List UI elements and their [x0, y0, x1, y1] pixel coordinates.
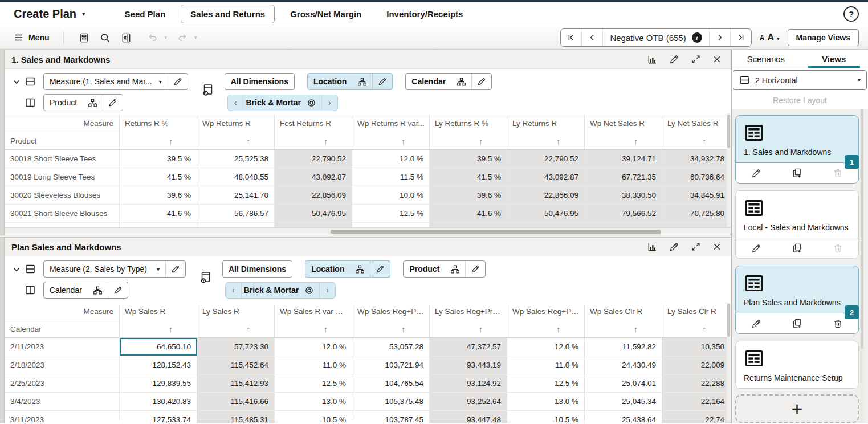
edit-measures-pencil-icon[interactable]: [166, 264, 185, 274]
row-header[interactable]: 30021 Short Sleeve Blouses: [5, 205, 120, 222]
horizontal-scrollbar[interactable]: [5, 227, 731, 235]
row-header[interactable]: 2/11/2023: [5, 338, 120, 356]
grid-cell[interactable]: 39.5 %: [430, 150, 507, 168]
tab-gross-net-margin[interactable]: Gross/Net Margin: [280, 5, 371, 23]
target-icon[interactable]: [303, 286, 319, 295]
tab-seed-plan[interactable]: Seed Plan: [115, 5, 176, 23]
grid-cell[interactable]: 25,525.38: [197, 150, 275, 168]
all-dimensions-button[interactable]: All Dimensions: [222, 260, 292, 278]
grid-cell[interactable]: 43,092.87: [507, 168, 585, 186]
previous-slice-chevron-icon[interactable]: ‹: [228, 98, 243, 107]
grid-cell[interactable]: 39.5 %: [120, 150, 197, 168]
grid-cell[interactable]: 11,592.82: [585, 338, 662, 356]
grid-cell[interactable]: 22,856.09: [507, 186, 585, 204]
edit-location-pencil-icon[interactable]: [373, 77, 392, 86]
vertical-scrollbar[interactable]: [860, 109, 864, 423]
column-header[interactable]: Wp Sales Clr R↑: [585, 303, 662, 337]
grid-cell[interactable]: 79,566.52: [585, 205, 662, 222]
view-card-local-sales-and-markdowns[interactable]: Local - Sales and Markdowns: [735, 190, 859, 259]
sort-ascending-icon[interactable]: ↑: [324, 137, 328, 146]
all-dimensions-button[interactable]: All Dimensions: [225, 73, 295, 90]
edit-levels-pencil-icon[interactable]: [103, 98, 123, 107]
sort-ascending-icon[interactable]: ↑: [702, 325, 706, 334]
grid-cell[interactable]: 25,438.64: [585, 411, 662, 423]
last-alert-icon[interactable]: [730, 29, 751, 46]
edit-measures-pencil-icon[interactable]: [168, 77, 188, 86]
grid-cell[interactable]: 41.5 %: [430, 168, 507, 186]
edit-product-pencil-icon[interactable]: [466, 264, 485, 274]
redo-icon[interactable]: [176, 31, 189, 44]
grid-cell[interactable]: 24,430.49: [585, 356, 662, 374]
plan-title-dropdown[interactable]: Create Plan ▾: [14, 7, 85, 21]
scrollbar-handle[interactable]: [727, 115, 730, 148]
layout-dropdown[interactable]: 2 Horizontal ▾: [733, 70, 867, 90]
grid-cell[interactable]: 25,045.34: [585, 393, 662, 410]
grid-cell[interactable]: 93,252.64: [430, 393, 507, 410]
next-alert-icon[interactable]: [709, 29, 730, 46]
menu-button[interactable]: Menu: [14, 32, 50, 43]
grid-cell[interactable]: 22,856.09: [275, 186, 352, 204]
first-alert-icon[interactable]: [561, 29, 581, 46]
hierarchy-icon[interactable]: [352, 77, 372, 87]
grid-cell[interactable]: 128,152.43: [120, 356, 197, 374]
grid-cell[interactable]: 10,350: [662, 338, 731, 356]
grid-cell[interactable]: 25,141.70: [197, 186, 275, 204]
edit-calendar-pencil-icon[interactable]: [472, 77, 491, 86]
grid-cell[interactable]: 67,721.35: [585, 168, 662, 186]
column-header[interactable]: Fcst Returns R↑: [275, 115, 352, 149]
grid-cell[interactable]: 13.0 %: [507, 393, 585, 410]
grid-cell[interactable]: 105,375.48: [352, 393, 430, 410]
sort-ascending-icon[interactable]: ↑: [702, 137, 706, 146]
previous-slice-chevron-icon[interactable]: ‹: [226, 286, 241, 295]
scrollbar-handle[interactable]: [861, 109, 863, 349]
hierarchy-icon[interactable]: [350, 264, 370, 274]
edit-view-pencil-icon[interactable]: [669, 242, 679, 252]
grid-cell[interactable]: 53,057.28: [352, 338, 430, 356]
tab-views[interactable]: Views: [800, 50, 868, 68]
grid-cell[interactable]: 12.5 %: [275, 374, 352, 392]
tab-inventory-receipts[interactable]: Inventory/Receipts: [377, 5, 472, 23]
row-header[interactable]: 30020 Sleeveless Blouses: [5, 186, 120, 204]
grid-cell[interactable]: 36.7 %: [120, 223, 197, 227]
grid-cell[interactable]: 41.6 %: [120, 205, 197, 222]
grid-cell[interactable]: 115,485.31: [197, 411, 275, 423]
view-card-returns-maintenance-setup[interactable]: Returns Maintenance Setup: [735, 341, 859, 389]
column-header[interactable]: Wp Returns R↑: [197, 115, 275, 149]
edit-location-pencil-icon[interactable]: [370, 264, 390, 274]
scrollbar-handle[interactable]: [331, 230, 661, 234]
tab-scenarios[interactable]: Scenarios: [732, 50, 800, 68]
vertical-scrollbar[interactable]: [727, 303, 731, 422]
grid-cell[interactable]: 11.5 %: [352, 168, 430, 186]
column-header[interactable]: Wp Sales Reg+Pr...↑: [352, 303, 430, 337]
grid-cell[interactable]: 25,074.01: [585, 374, 662, 392]
grid-cell[interactable]: 43,092.87: [275, 168, 352, 186]
duplicate-icon[interactable]: [792, 243, 802, 254]
collapse-panel-chevron-icon[interactable]: [10, 78, 23, 87]
column-header[interactable]: Ly Sales Clr R↑: [662, 303, 731, 337]
grid-cell[interactable]: 93,124.92: [430, 374, 507, 392]
grid-cell[interactable]: 103,787.45: [352, 411, 430, 423]
duplicate-icon[interactable]: [792, 318, 802, 329]
grid-cell[interactable]: 60,736.64: [662, 168, 731, 186]
redo-options-caret-icon[interactable]: ▾: [194, 35, 197, 40]
hierarchy-icon[interactable]: [83, 98, 103, 108]
help-icon[interactable]: ?: [843, 6, 859, 22]
grid-cell[interactable]: 56,786.57: [197, 205, 275, 222]
grid-cell[interactable]: 50,476.95: [507, 205, 585, 222]
maximize-icon[interactable]: [691, 242, 701, 252]
row-header[interactable]: 30019 Long Sleeve Tees: [5, 168, 120, 186]
delete-trash-icon[interactable]: [833, 168, 843, 178]
grid-cell[interactable]: 12.0 %: [352, 150, 430, 168]
edit-pencil-icon[interactable]: [751, 319, 761, 329]
column-header[interactable]: Ly Returns R %↑: [430, 115, 507, 149]
grid-cell[interactable]: 130,420.83: [120, 393, 197, 410]
scrollbar-handle[interactable]: [727, 304, 730, 337]
grid-cell[interactable]: 13.0 %: [275, 393, 352, 410]
grid-cell[interactable]: 39.6 %: [430, 186, 507, 204]
duplicate-icon[interactable]: [792, 168, 802, 178]
grid-cell[interactable]: 93,447.48: [430, 411, 507, 423]
collapse-panel-chevron-icon[interactable]: [10, 265, 23, 274]
manage-views-button[interactable]: Manage Views: [788, 29, 859, 46]
grid-cell[interactable]: 22,74: [662, 411, 731, 423]
edit-levels-pencil-icon[interactable]: [108, 286, 128, 295]
